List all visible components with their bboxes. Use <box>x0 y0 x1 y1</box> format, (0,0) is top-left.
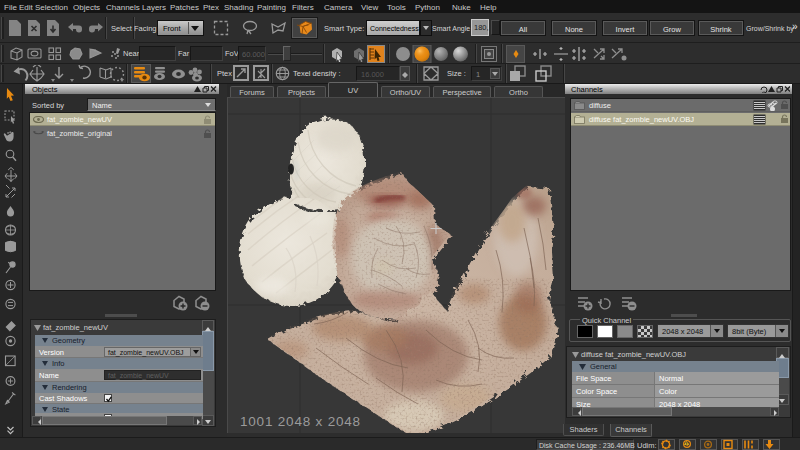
svg-text:1001 2048 x 2048: 1001 2048 x 2048 <box>240 414 361 429</box>
